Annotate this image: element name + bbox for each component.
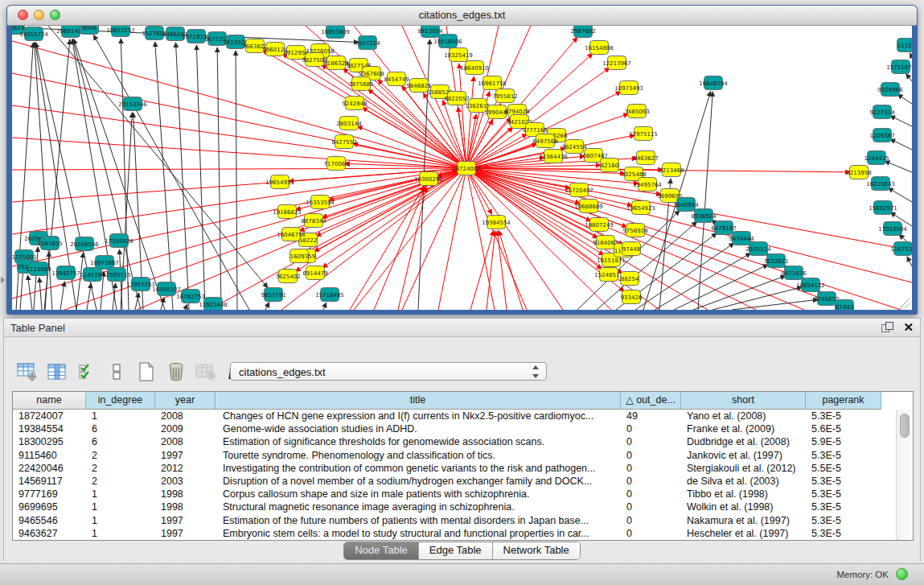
graph-node[interactable]: 1167534 <box>890 242 912 256</box>
new-column-icon[interactable] <box>136 361 157 382</box>
graph-node[interactable]: 62160 <box>601 159 619 172</box>
graph-node[interactable]: 1640954 <box>673 198 699 212</box>
graph-node-label: 88254 <box>621 276 639 282</box>
graph-node[interactable]: 16210643 <box>866 177 895 191</box>
graph-node[interactable]: 15718485 <box>315 288 344 302</box>
graph-node[interactable]: 8427552 <box>331 135 356 149</box>
column-header[interactable]: short <box>681 392 806 410</box>
delete-column-icon[interactable] <box>166 361 187 382</box>
graph-node[interactable]: 933426 <box>621 290 643 304</box>
column-header[interactable]: pagerank <box>806 392 881 410</box>
table-row[interactable]: 1872400712008Changes of HCN gene express… <box>13 410 897 422</box>
graph-node[interactable]: 1244415 <box>864 151 889 165</box>
graph-node[interactable]: 2935114 <box>745 242 771 256</box>
graph-node[interactable]: 16093 <box>290 249 309 263</box>
graph-node[interactable]: 18640910 <box>460 61 489 75</box>
graph-node[interactable]: 8454749 <box>384 72 409 86</box>
graph-node[interactable]: 7955812 <box>492 89 517 103</box>
table-row[interactable]: 977716911998Corpus callosum shape and si… <box>13 488 897 501</box>
column-header[interactable]: year <box>155 392 216 410</box>
graph-node[interactable]: 7875685 <box>348 77 373 91</box>
tab-network-table[interactable]: Network Table <box>492 542 580 559</box>
graph-node[interactable]: 8213958 <box>846 166 871 179</box>
graph-node[interactable]: 7485063 <box>624 105 649 118</box>
graph-node[interactable]: 12505115 <box>102 268 131 282</box>
graph-node[interactable]: 97443 <box>836 300 854 311</box>
window-resize-grip[interactable] <box>900 299 910 308</box>
graph-node[interactable]: 10654112 <box>796 278 825 292</box>
column-header[interactable]: in_degree <box>86 392 155 410</box>
graph-node[interactable]: 8878344 <box>301 214 326 228</box>
graph-node[interactable]: 9329966 <box>877 83 903 97</box>
column-header[interactable]: title <box>216 392 621 410</box>
graph-node[interactable]: 15751874 <box>886 60 912 74</box>
table-options-icon[interactable] <box>17 361 38 382</box>
graph-node[interactable]: 17016504 <box>878 222 907 236</box>
graph-node[interactable]: 19654955 <box>265 175 294 189</box>
graph-node[interactable]: 6497568 <box>532 134 557 148</box>
graph-node[interactable]: 7632621 <box>763 254 788 268</box>
table-selector-dropdown[interactable]: citations_edges.txt <box>230 362 547 381</box>
graph-node[interactable]: 6914479 <box>302 266 327 280</box>
graph-node[interactable]: 1581855 <box>37 237 62 250</box>
tab-edge-table[interactable]: Edge Table <box>418 542 492 559</box>
graph-node[interactable]: 21364436 <box>539 150 568 163</box>
graph-node[interactable]: 7170065 <box>323 157 348 171</box>
graph-node[interactable]: 9242848 <box>342 97 367 110</box>
graph-node[interactable]: 9048 <box>80 26 99 35</box>
graph-node[interactable]: 15692971 <box>869 201 897 215</box>
graph-node[interactable]: 10975887 <box>90 256 119 270</box>
graph-node[interactable]: 8186328 <box>323 56 348 70</box>
graph-node[interactable]: 88254 <box>621 272 639 286</box>
table-row[interactable]: 969969511998Structural magnetic resonanc… <box>13 501 897 513</box>
column-header[interactable]: △ out_de... <box>621 392 681 410</box>
graph-node[interactable]: 8938924 <box>691 209 717 223</box>
graph-node[interactable]: 12213967 <box>602 56 631 70</box>
table-row[interactable]: 2242004622012Investigating the contribut… <box>13 462 897 475</box>
graph-node[interactable]: 12975115 <box>629 127 658 141</box>
graph-node[interactable]: 1209387 <box>869 129 894 142</box>
table-row[interactable]: 1938455462009Genome-wide association stu… <box>13 422 897 435</box>
float-panel-icon[interactable] <box>881 322 893 333</box>
graph-node[interactable]: 1115689 <box>26 262 51 276</box>
graph-node[interactable]: 9227314 <box>869 105 895 119</box>
tab-node-table[interactable]: Node Table <box>344 542 418 559</box>
graph-node[interactable]: 13942757 <box>51 266 80 280</box>
graph-node[interactable]: 16961758 <box>478 76 507 90</box>
graph-node[interactable]: 8213468 <box>659 163 684 177</box>
graph-node[interactable]: 7857224 <box>355 36 380 50</box>
graph-node[interactable]: 2987682 <box>570 26 595 38</box>
table-row[interactable]: 946362711997Embryonic stem cells: a mode… <box>13 527 897 540</box>
column-header[interactable]: name <box>13 392 86 410</box>
graph-node[interactable]: 10653257 <box>106 26 135 37</box>
graph-node[interactable]: 7625402 <box>275 270 300 283</box>
scrollbar-thumb[interactable] <box>900 414 910 438</box>
table-row[interactable]: 946554611997Estimation of the future num… <box>13 514 897 527</box>
table-row[interactable]: 911546021997Tourette syndrome. Phenomeno… <box>13 449 897 462</box>
table-row[interactable]: 1830029562008Estimation of significance … <box>13 435 897 448</box>
graph-node[interactable]: 16648784 <box>699 76 728 90</box>
collapse-panel-arrow-icon[interactable] <box>1 277 5 283</box>
graph-node[interactable]: 18325419 <box>444 48 473 62</box>
graph-node[interactable]: 3624554 <box>561 140 587 154</box>
graph-node[interactable]: 8471676 <box>781 266 807 280</box>
graph-node[interactable]: 16053809 <box>321 26 350 39</box>
graph-node[interactable]: 9463627 <box>633 151 658 165</box>
window-titlebar[interactable]: citations_edges.txt <box>7 6 917 26</box>
graph-node[interactable]: 9857791 <box>261 288 285 302</box>
graph-node[interactable]: 19654923 <box>626 201 655 215</box>
graph-node[interactable]: 2803144 <box>336 117 362 130</box>
graph-node[interactable]: 9756928 <box>622 224 647 237</box>
vertical-scrollbar[interactable] <box>896 410 913 540</box>
graph-node[interactable]: 97448 <box>622 242 641 256</box>
row-height-icon[interactable] <box>106 361 127 382</box>
graph-node[interactable]: 11123 <box>897 39 913 52</box>
table-cell: 2008 <box>155 435 216 448</box>
table-row[interactable]: 1456911722003Disruption of a novel membe… <box>13 475 897 488</box>
graph-node[interactable]: 16154808 <box>585 41 614 55</box>
graph-node[interactable]: 10688609 <box>574 200 603 213</box>
column-select-checks-icon[interactable] <box>76 361 97 382</box>
network-canvas[interactable]: 1661914055724206914069048106532571527602… <box>12 26 912 310</box>
column-visibility-icon[interactable] <box>47 361 68 382</box>
close-panel-icon[interactable]: ✕ <box>903 320 914 335</box>
